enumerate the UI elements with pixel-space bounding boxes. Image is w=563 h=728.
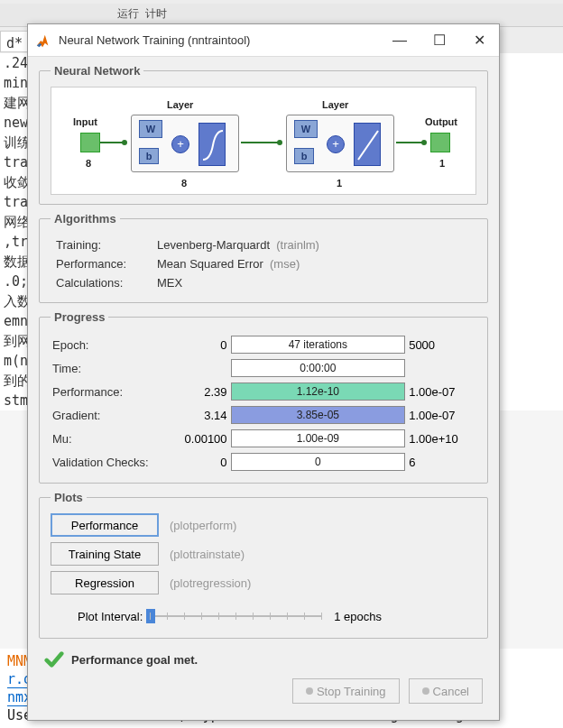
progress-gradient-label: Gradient:	[51, 403, 170, 427]
progress-mu-start: 0.00100	[170, 427, 229, 450]
output-block	[430, 133, 450, 152]
progress-epoch-bar: 47 iterations	[231, 336, 406, 354]
calc-value: MEX	[157, 276, 182, 290]
progress-performance-label: Performance:	[51, 380, 170, 403]
b-block: b	[139, 148, 159, 164]
progress-mu-bar: 1.00e-09	[231, 429, 406, 447]
w-block: W	[139, 120, 162, 138]
training-state-plot-button[interactable]: Training State	[51, 542, 159, 566]
matlab-icon	[35, 32, 51, 49]
progress-epoch-start: 0	[170, 333, 229, 356]
progress-gradient-bar: 3.85e-05	[231, 406, 406, 424]
hidden-layer: W b +	[131, 115, 239, 172]
progress-performance-end: 1.00e-07	[407, 380, 476, 403]
progress-fieldset: Progress Epoch:047 iterations5000Time:0:…	[39, 310, 488, 484]
layer1-label: Layer	[167, 99, 193, 110]
progress-performance-start: 2.39	[170, 380, 229, 403]
plots-legend: Plots	[51, 491, 87, 504]
slider-thumb[interactable]	[146, 609, 155, 623]
input-label: Input	[73, 116, 97, 127]
titlebar[interactable]: Neural Network Training (nntraintool) — …	[28, 24, 499, 57]
progress-validation-end: 6	[407, 450, 476, 474]
training-label: Training:	[52, 236, 152, 253]
plot-interval-value: 1 epochs	[334, 610, 382, 623]
progress-time-start	[170, 356, 229, 380]
progress-validation-start: 0	[170, 450, 229, 474]
training-value: Levenberg-Marquardt	[157, 238, 270, 252]
output-layer: W b +	[286, 115, 394, 172]
sum-icon-2: +	[327, 135, 345, 153]
progress-gradient-start: 3.14	[170, 403, 229, 427]
progress-mu-end: 1.00e+10	[407, 427, 476, 450]
regression-plot-button[interactable]: Regression	[51, 571, 159, 594]
plot-interval-slider[interactable]	[150, 607, 321, 625]
progress-validation-label: Validation Checks:	[51, 450, 170, 474]
progress-epoch-end: 5000	[407, 333, 476, 356]
input-size: 8	[86, 158, 91, 169]
reg-plot-hint: (plotregression)	[170, 576, 251, 590]
plots-fieldset: Plots Performance (plotperform) Training…	[39, 491, 488, 639]
perf-plot-hint: (plotperform)	[170, 519, 236, 532]
stop-dot-icon	[306, 687, 313, 695]
performance-plot-button[interactable]: Performance	[51, 513, 159, 537]
maximize-button[interactable]: ☐	[420, 24, 459, 57]
network-fieldset: Neural Network Input Layer Layer Output …	[39, 64, 488, 205]
w-block-2: W	[294, 120, 318, 138]
state-plot-hint: (plottrainstate)	[170, 548, 245, 561]
out-mid-size: 1	[337, 178, 342, 189]
plot-interval-label: Plot Interval:	[78, 610, 143, 623]
b-block-2: b	[294, 148, 314, 164]
tansig-icon	[198, 123, 226, 166]
cancel-dot-icon	[422, 687, 429, 695]
nntraintool-dialog: Neural Network Training (nntraintool) — …	[27, 23, 500, 721]
output-label: Output	[425, 116, 457, 127]
calc-label: Calculations:	[52, 274, 152, 291]
progress-legend: Progress	[51, 310, 108, 324]
progress-gradient-end: 1.00e-07	[407, 403, 476, 427]
output-size: 1	[439, 158, 445, 169]
input-block	[80, 133, 100, 152]
check-icon	[44, 650, 64, 669]
progress-time-end	[407, 356, 476, 380]
network-legend: Neural Network	[51, 64, 143, 78]
perf-value: Mean Squared Error	[157, 257, 263, 271]
dialog-title: Neural Network Training (nntraintool)	[59, 33, 380, 47]
stop-training-button[interactable]: Stop Training	[292, 678, 400, 704]
training-hint: (trainlm)	[276, 238, 319, 252]
perf-hint: (mse)	[270, 257, 300, 271]
layer2-label: Layer	[322, 99, 348, 110]
minimize-button[interactable]: —	[380, 24, 420, 57]
progress-time-label: Time:	[51, 356, 170, 380]
algorithms-fieldset: Algorithms Training:Levenberg-Marquardt …	[39, 212, 488, 303]
progress-mu-label: Mu:	[51, 427, 170, 450]
close-button[interactable]: ✕	[459, 24, 499, 57]
progress-epoch-label: Epoch:	[51, 333, 170, 356]
algorithms-legend: Algorithms	[51, 212, 120, 226]
purelin-icon	[354, 123, 381, 166]
sum-icon: +	[171, 135, 189, 153]
perf-label: Performance:	[52, 255, 152, 272]
progress-time-bar: 0:00:00	[231, 359, 406, 377]
cancel-button[interactable]: Cancel	[409, 678, 483, 704]
network-diagram: Input Layer Layer Output 8 W b + 8	[51, 87, 476, 195]
progress-performance-bar: 1.12e-10	[231, 382, 406, 401]
progress-validation-bar: 0	[231, 453, 406, 471]
hidden-size: 8	[181, 178, 187, 189]
status-text: Performance goal met.	[71, 653, 198, 667]
